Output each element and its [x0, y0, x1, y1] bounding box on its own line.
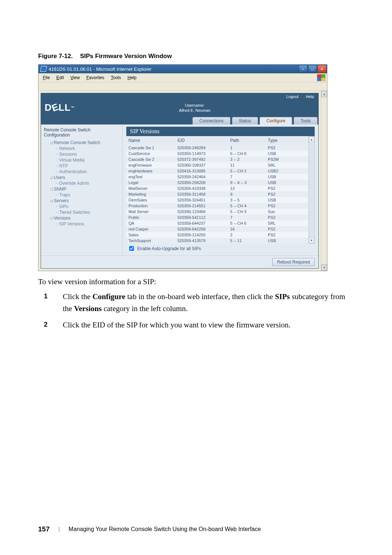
menu-item-file[interactable]: File [40, 74, 53, 81]
body-paragraph: To view version information for a SIP: [38, 276, 354, 287]
tab-connections[interactable]: Connections [192, 117, 230, 125]
column-header[interactable]: EID [175, 136, 228, 145]
cell-eid[interactable]: 520359-114255 [175, 232, 228, 238]
table-row[interactable]: MailServer520359-41933813PS2 [126, 185, 315, 191]
tree-item[interactable]: ☐SNMP [47, 186, 120, 192]
cell-eid[interactable]: 520359-214551 [175, 203, 228, 209]
cell-eid[interactable]: 520359-541112 [175, 215, 228, 220]
page-scroll-up-icon[interactable]: ▴ [321, 91, 327, 97]
cell-eid[interactable]: 520359-114973 [175, 151, 228, 156]
cell-name: engTest [126, 174, 175, 180]
table-scrollbar[interactable]: ▴ ▾ [309, 136, 315, 244]
cell-eid[interactable]: 520359-242464 [175, 174, 228, 180]
tree-item[interactable]: ☐Versions [47, 215, 120, 221]
tree-expand-icon[interactable]: ☐ [50, 140, 53, 145]
cell-eid[interactable]: 520416-313095 [175, 168, 228, 174]
tree-expand-icon[interactable]: ☐ [50, 175, 53, 180]
table-row[interactable]: engTest520359-2424647USB [126, 174, 315, 180]
cell-path: 5 -- CH 4 [228, 203, 266, 209]
menu-item-help[interactable]: Help [124, 74, 139, 81]
reboot-required-button[interactable]: Reboot Required [272, 258, 315, 266]
cell-eid[interactable]: 520359-419338 [175, 185, 228, 191]
cell-eid[interactable]: 520360-108337 [175, 162, 228, 168]
tree-item[interactable]: Traps [52, 192, 120, 198]
tree-expand-icon[interactable]: ☐ [50, 198, 53, 203]
cell-eid[interactable]: 520390-123468 [175, 209, 228, 215]
table-row[interactable]: engHardware520416-3130955 -- CH 2USB2 [126, 168, 315, 174]
sip-table: NameEIDPathType Cascade Sw 1520359-24928… [126, 136, 315, 244]
tab-tools[interactable]: Tools [294, 117, 318, 125]
auto-upgrade-checkbox[interactable] [129, 246, 134, 251]
cell-name: red-Casper [126, 226, 175, 232]
tree-item[interactable]: Virtual Media [52, 157, 120, 163]
step-item: 2Click the EID of the SIP for which you … [59, 319, 354, 331]
menu-item-view[interactable]: View [68, 74, 83, 81]
auto-upgrade-label[interactable]: Enable Auto-Upgrade for all SIPs [137, 246, 201, 251]
tree-item-label: Traps [59, 192, 70, 197]
cell-eid[interactable]: 520359-249284 [175, 145, 228, 151]
table-row[interactable]: Production520359-2145515 -- CH 4PS2 [126, 203, 315, 209]
cell-eid[interactable]: 520359-644237 [175, 220, 228, 226]
scroll-up-icon[interactable]: ▴ [309, 136, 314, 142]
figure-title: SIPs Firmware Version Window [80, 53, 172, 60]
scroll-down-icon[interactable]: ▾ [309, 237, 314, 243]
menu-item-favorites[interactable]: Favorites [83, 74, 107, 81]
logout-link[interactable]: Logout [283, 94, 302, 99]
table-row[interactable]: QA520359-6442375 -- CH 6SRL [126, 220, 315, 226]
cell-eid[interactable]: 520359-324451 [175, 197, 228, 203]
tree-item[interactable]: SIPs [52, 204, 120, 209]
tree-item-label: Authentication [59, 169, 87, 174]
tree-item[interactable]: Tiered Switches [52, 209, 120, 215]
cell-eid[interactable]: 520359-413579 [175, 238, 228, 244]
table-row[interactable]: Mail Server520390-1234685 -- CH 3Sun [126, 209, 315, 215]
table-row[interactable]: Public520359-5411127PS2 [126, 215, 315, 220]
page-scrollbar[interactable]: ▴ ▾ [321, 91, 327, 271]
tree-item[interactable]: SIP Versions [52, 221, 120, 227]
tab-status[interactable]: Status [232, 117, 258, 125]
table-row[interactable]: OemSales520359-3244513 -- 5USB [126, 197, 315, 203]
window-close-button[interactable]: × [318, 65, 326, 73]
tree-item-label: NTP [59, 163, 68, 168]
table-row[interactable]: CustService520359-1149735 -- CH 8USB [126, 151, 315, 156]
cell-eid[interactable]: 520359-642258 [175, 226, 228, 232]
menu-item-tools[interactable]: Tools [108, 74, 124, 81]
cell-eid[interactable]: 520359-258208 [175, 180, 228, 185]
window-minimize-button[interactable]: – [299, 65, 307, 73]
cell-type: SRL [266, 220, 315, 226]
tree-item[interactable]: Authentication [52, 169, 120, 175]
tree-item[interactable]: NTP [52, 163, 120, 169]
cell-eid[interactable]: 520372-397492 [175, 156, 228, 162]
column-header[interactable]: Name [126, 136, 175, 145]
tree-item[interactable]: ☐Users [47, 175, 120, 180]
step-text: Click the EID of the SIP for which you w… [63, 321, 290, 329]
table-row[interactable]: TechSupport520359-4135795 -- 11USB [126, 238, 315, 244]
tree-item[interactable]: ☐Remote Console Switch [47, 140, 120, 146]
page-scroll-down-icon[interactable]: ▾ [321, 264, 327, 271]
tree-item-label: SIPs [59, 204, 68, 209]
tab-configure[interactable]: Configure [260, 117, 292, 125]
table-row[interactable]: Legal520359-2582088 -- 4 -- 3USB [126, 180, 315, 185]
cell-type: USB2 [266, 168, 315, 174]
tree-expand-icon[interactable]: ☐ [50, 216, 53, 221]
help-link[interactable]: Help [303, 94, 317, 99]
table-row[interactable]: engFirmware520360-10833711SRL [126, 162, 315, 168]
tree-item[interactable]: Override Admin [52, 180, 120, 186]
tree-item[interactable]: Sessions [52, 151, 120, 157]
column-header[interactable]: Path [228, 136, 266, 145]
tree-expand-icon[interactable]: ☐ [50, 187, 53, 192]
cell-path: 5 -- 11 [228, 238, 266, 244]
cell-name: Mail Server [126, 209, 175, 215]
table-row[interactable]: red-Casper520359-64225816PS2 [126, 226, 315, 232]
menu-item-edit[interactable]: Edit [53, 74, 67, 81]
window-maximize-button[interactable]: □ [308, 65, 317, 73]
table-row[interactable]: Cascade Sw 1520359-2492841PS2 [126, 145, 315, 151]
table-row[interactable]: Marketing520359-3114589PS2 [126, 191, 315, 197]
nav-tree: ☐Remote Console SwitchNetworkSessionsVir… [44, 140, 120, 227]
column-header[interactable]: Type [266, 136, 315, 145]
tree-item[interactable]: ☐Servers [47, 198, 120, 204]
table-row[interactable]: Sales520359-1142552PS2 [126, 232, 315, 238]
ie-icon [40, 66, 47, 72]
tree-item[interactable]: Network [52, 146, 120, 151]
cell-eid[interactable]: 520359-311458 [175, 191, 228, 197]
table-row[interactable]: Cascade Sw 2520372-3974923 -- 2PS2M [126, 156, 315, 162]
